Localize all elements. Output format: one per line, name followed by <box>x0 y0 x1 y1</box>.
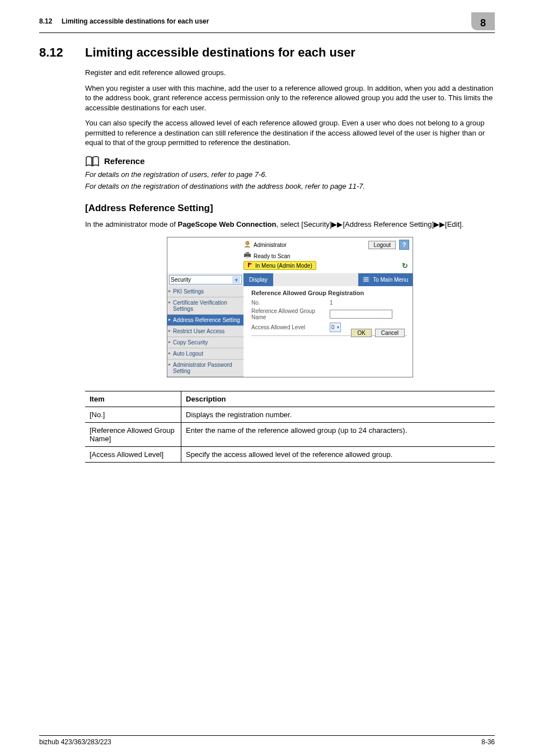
description-table: Item Description [No.] Displays the regi… <box>85 391 495 463</box>
user-icon <box>243 240 251 249</box>
running-header-section: 8.12 <box>39 17 52 25</box>
sidebar-item-address-reference-setting[interactable]: Address Reference Setting <box>167 315 243 326</box>
printer-icon <box>243 252 251 260</box>
running-header-text: 8.12 Limiting accessible destinations fo… <box>39 17 209 25</box>
flag-icon <box>247 262 253 269</box>
table-cell-desc: Displays the registration number. <box>181 407 495 423</box>
running-header: 8.12 Limiting accessible destinations fo… <box>39 12 495 33</box>
table-cell-item: [Access Allowed Level] <box>85 447 181 463</box>
sidebar-item-auto-logout[interactable]: Auto Logout <box>167 348 243 360</box>
section-number: 8.12 <box>39 45 73 60</box>
table-header-description: Description <box>181 391 495 407</box>
table-header-item: Item <box>85 391 181 407</box>
administrator-label: Administrator <box>254 242 287 248</box>
svg-rect-2 <box>246 252 249 254</box>
access-level-select[interactable]: 0 ▾ <box>330 323 341 332</box>
table-cell-item: [Reference Allowed Group Name] <box>85 423 181 447</box>
reference-line: For details on the registration of desti… <box>85 182 495 190</box>
table-cell-desc: Specify the access allowed level of the … <box>181 447 495 463</box>
to-main-menu-label: To Main Menu <box>373 277 408 283</box>
display-button[interactable]: Display <box>243 273 273 286</box>
subsection-title: [Address Reference Setting] <box>85 203 495 214</box>
page-footer: bizhub 423/363/283/223 8-36 <box>39 735 495 746</box>
cancel-button[interactable]: Cancel <box>375 329 405 337</box>
table-cell-item: [No.] <box>85 407 181 423</box>
running-header-title: Limiting accessible destinations for eac… <box>62 17 209 25</box>
body-paragraph: You can also specify the access allowed … <box>85 118 495 148</box>
book-icon <box>85 156 100 167</box>
footer-right: 8-36 <box>481 738 495 746</box>
sidebar-item-pki-settings[interactable]: PKI Settings <box>167 286 243 297</box>
form-label-ref-name: Reference Allowed Group Name <box>251 308 330 320</box>
chevron-down-icon: ▾ <box>337 325 339 330</box>
form-value-no: 1 <box>330 300 333 306</box>
sidebar-item-restrict-user-access[interactable]: Restrict User Access <box>167 326 243 337</box>
mode-text: In Menu (Admin Mode) <box>255 263 312 269</box>
screenshot-panel: Administrator Logout ? Ready to Scan <box>167 237 413 377</box>
footer-left: bizhub 423/363/283/223 <box>39 738 111 746</box>
logout-button[interactable]: Logout <box>368 241 396 249</box>
form-label-level: Access Allowed Level <box>251 324 330 330</box>
reference-heading: Reference <box>104 156 145 166</box>
sidebar-item-copy-security[interactable]: Copy Security <box>167 337 243 348</box>
mode-indicator: In Menu (Admin Mode) <box>243 261 316 270</box>
subsection-intro: In the administrator mode of PageScope W… <box>85 220 495 230</box>
status-text: Ready to Scan <box>254 253 291 259</box>
form-label-no: No. <box>251 300 330 306</box>
table-row: [Reference Allowed Group Name] Enter the… <box>85 423 495 447</box>
reference-group-name-input[interactable] <box>330 310 392 319</box>
sidebar-item-admin-password[interactable]: Administrator Password Setting <box>167 360 243 377</box>
table-row: [No.] Displays the registration number. <box>85 407 495 423</box>
help-icon[interactable]: ? <box>399 240 409 250</box>
section-title: Limiting accessible destinations for eac… <box>85 45 355 60</box>
body-paragraph: When you register a user with this machi… <box>85 83 495 113</box>
refresh-icon[interactable]: ↻ <box>400 261 409 270</box>
sidebar: PKI Settings Certificate Verification Se… <box>167 286 243 377</box>
content-title: Reference Allowed Group Registration <box>251 290 407 296</box>
table-cell-desc: Enter the name of the reference allowed … <box>181 423 495 447</box>
reference-line: For details on the registration of users… <box>85 170 495 179</box>
chapter-badge: 8 <box>471 12 495 30</box>
to-main-menu-button[interactable]: To Main Menu <box>358 273 413 286</box>
section-dropdown-value: Security <box>171 277 191 283</box>
section-dropdown[interactable]: Security ▾ <box>169 275 242 284</box>
svg-point-0 <box>246 241 249 245</box>
svg-rect-4 <box>248 263 249 267</box>
list-icon <box>363 277 369 283</box>
chevron-down-icon: ▾ <box>232 276 240 283</box>
body-paragraph: Register and edit reference allowed grou… <box>85 68 495 78</box>
table-row: [Access Allowed Level] Specify the acces… <box>85 447 495 463</box>
sidebar-item-certificate-verification[interactable]: Certificate Verification Settings <box>167 297 243 315</box>
access-level-value: 0 <box>331 324 335 330</box>
svg-rect-3 <box>246 256 249 258</box>
ok-button[interactable]: OK <box>351 329 371 337</box>
